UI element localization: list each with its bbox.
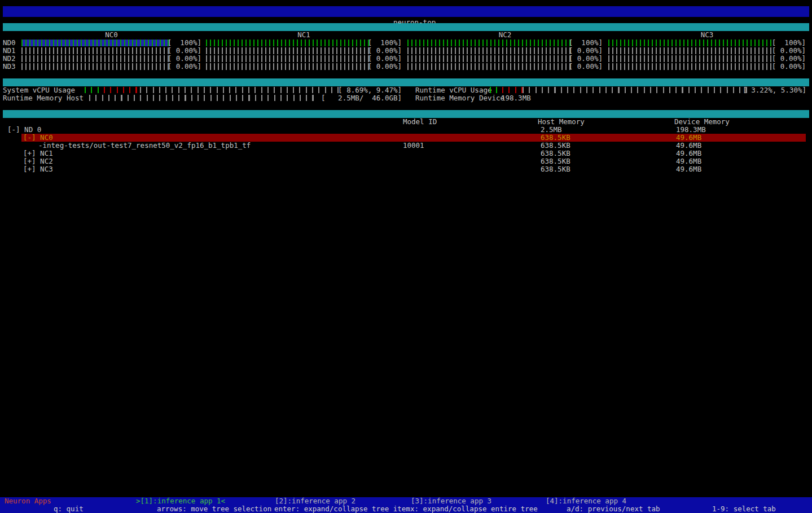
tree-node-label[interactable]: [+] NC1 (23, 150, 53, 157)
help-item-0: q: quit (54, 505, 84, 513)
utilization-value: [ 0.00%] (772, 47, 806, 55)
utilization-value: [ 0.00%] (569, 63, 603, 71)
section-header-neuroncore-utilization: Neuroncore Utilization (3, 23, 809, 31)
runtime-memory-device-value: 198.3MB (501, 94, 531, 102)
utilization-meter (21, 55, 170, 62)
tree-node-label[interactable]: -integ-tests/out-test7_resnet50_v2_fp16_… (38, 142, 251, 150)
models-header-host-memory: Host Memory (538, 118, 585, 126)
device-row-label: ND3 (3, 63, 16, 71)
host-memory-cell: 638.5KB (541, 150, 570, 157)
meter-segment-idle-gray (140, 87, 339, 93)
device-row-label: ND2 (3, 55, 16, 63)
host-memory-cell: 2.5MB (541, 126, 562, 134)
meter-segment-idle-gray (523, 87, 750, 93)
tree-node-label[interactable]: [-] NC0 (23, 134, 53, 142)
utilization-value: [ 100%] (772, 39, 806, 47)
nc-column-header: NC2 (407, 31, 603, 39)
utilization-value: [ 100%] (569, 39, 603, 47)
runtime-vcpu-meter (490, 87, 750, 94)
nc-column-header: NC0 (21, 31, 201, 39)
utilization-value: [ 0.00%] (368, 47, 402, 55)
section-title: Loaded Models (22, 117, 82, 126)
meter-segment-system-red (502, 87, 523, 93)
help-item-1: arrows: move tree selection (157, 505, 271, 513)
metric-label-runtime-memory-device: Runtime Memory Device (415, 94, 504, 102)
tree-node-label[interactable]: [-] ND 0 (7, 126, 41, 134)
utilization-meter (608, 47, 773, 54)
runtime-memory-host-meter (89, 95, 319, 102)
device-memory-cell: 49.6MB (676, 165, 701, 173)
models-header-device-memory: Device Memory (674, 118, 730, 126)
tab-inference-app-3[interactable]: [3]:inference app 3 (411, 497, 491, 505)
models-header-model-id: Model ID (403, 118, 437, 126)
section-header-vcpu-memory: vCPU and Memory Info (3, 78, 809, 86)
runtime-vcpu-value: [ 3.22%, 5.30%] (743, 86, 806, 94)
title-bar: neuron-top (3, 6, 809, 17)
utilization-meter (206, 63, 370, 70)
neuron-apps-title: Neuron Apps (5, 497, 51, 505)
utilization-meter (608, 55, 773, 62)
tab-inference-app-2[interactable]: [2]:inference app 2 (275, 497, 355, 505)
utilization-value: [ 0.00%] (569, 47, 603, 55)
utilization-meter (407, 47, 572, 54)
model-id-cell: 10001 (403, 142, 424, 150)
device-memory-cell: 198.3MB (676, 126, 706, 134)
utilization-meter (21, 47, 170, 54)
utilization-value: [ 0.00%] (772, 63, 806, 71)
nc-column-header: NC1 (206, 31, 402, 39)
tree-node-label[interactable]: [+] NC2 (23, 157, 53, 165)
meter-segment-idle-gray (89, 95, 319, 101)
utilization-meter (407, 63, 572, 70)
device-row-label: ND0 (3, 39, 16, 47)
runtime-memory-host-value: [ 2.5MB/ 46.0GB] (321, 94, 402, 102)
utilization-meter (608, 63, 773, 70)
meter-segment-system-red (104, 87, 140, 93)
host-memory-cell: 638.5KB (541, 134, 570, 142)
terminal-screen: neuron-top Neuroncore Utilization NC0NC1… (0, 0, 812, 513)
host-memory-cell: 638.5KB (541, 157, 570, 165)
help-item-4: a/d: previous/next tab (567, 505, 660, 513)
utilization-value: [ 0.00%] (168, 47, 201, 55)
metric-label-system-vcpu: System vCPU Usage (3, 86, 75, 94)
utilization-value: [ 100%] (368, 39, 402, 47)
host-memory-cell: 638.5KB (541, 165, 570, 173)
help-item-2: enter: expand/collapse tree item (274, 505, 410, 513)
tab-inference-app-4[interactable]: [4]:inference app 4 (546, 497, 626, 505)
device-memory-cell: 49.6MB (676, 134, 701, 142)
help-item-5: 1-9: select tab (712, 505, 776, 513)
utilization-value: [ 0.00%] (168, 63, 201, 71)
metric-label-runtime-vcpu: Runtime vCPU Usage (415, 86, 491, 94)
section-header-loaded-models: Loaded Models (3, 110, 809, 118)
utilization-value: [ 0.00%] (368, 55, 402, 63)
utilization-meter (21, 63, 170, 70)
system-vcpu-value: [ 8.69%, 9.47%] (338, 86, 402, 94)
device-memory-cell: 49.6MB (676, 150, 701, 157)
device-row-label: ND1 (3, 47, 16, 55)
utilization-meter (407, 40, 572, 46)
utilization-value: [ 0.00%] (168, 55, 201, 63)
utilization-meter (407, 55, 572, 62)
metric-label-runtime-memory-host: Runtime Memory Host (3, 94, 84, 102)
device-memory-cell: 49.6MB (676, 142, 701, 150)
utilization-value: [ 100%] (168, 39, 201, 47)
utilization-value: [ 0.00%] (569, 55, 603, 63)
help-item-3: x: expand/collapse entire tree (410, 505, 538, 513)
tab-inference-app-1[interactable]: >[1]:inference app 1< (136, 497, 225, 505)
utilization-value: [ 0.00%] (772, 55, 806, 63)
utilization-meter (608, 40, 773, 46)
utilization-meter (206, 47, 370, 54)
tree-node-label[interactable]: [+] NC3 (23, 165, 53, 173)
utilization-value: [ 0.00%] (368, 63, 402, 71)
utilization-meter (206, 55, 370, 62)
system-vcpu-meter (85, 87, 339, 94)
meter-segment-user-green (85, 87, 104, 93)
device-memory-cell: 49.6MB (676, 157, 701, 165)
utilization-meter (21, 40, 170, 46)
host-memory-cell: 638.5KB (541, 142, 570, 150)
meter-segment-user-green (490, 87, 502, 93)
nc-column-header: NC3 (608, 31, 806, 39)
utilization-meter (206, 40, 370, 46)
